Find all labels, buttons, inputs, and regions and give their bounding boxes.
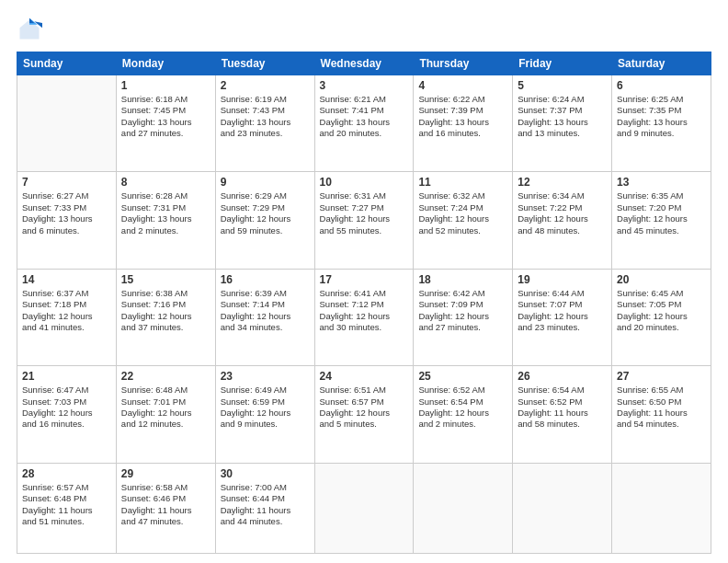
cell-info: Sunrise: 6:42 AMSunset: 7:09 PMDaylight:… <box>418 288 507 333</box>
calendar-cell: 30Sunrise: 7:00 AMSunset: 6:44 PMDayligh… <box>215 463 314 553</box>
day-number: 13 <box>617 176 706 189</box>
cell-info: Sunrise: 6:29 AMSunset: 7:29 PMDaylight:… <box>221 190 310 236</box>
cell-info: Sunrise: 6:25 AMSunset: 7:35 PMDaylight:… <box>617 94 706 139</box>
calendar-cell: 11Sunrise: 6:32 AMSunset: 7:24 PMDayligh… <box>414 172 513 269</box>
cell-info: Sunrise: 6:32 AMSunset: 7:24 PMDaylight:… <box>418 190 507 236</box>
calendar-cell <box>612 463 711 553</box>
calendar-cell: 21Sunrise: 6:47 AMSunset: 7:03 PMDayligh… <box>17 366 117 463</box>
cell-info: Sunrise: 6:47 AMSunset: 7:03 PMDaylight:… <box>22 385 111 430</box>
cell-info: Sunrise: 6:18 AMSunset: 7:45 PMDaylight:… <box>121 94 210 139</box>
calendar-cell: 25Sunrise: 6:52 AMSunset: 6:54 PMDayligh… <box>414 366 513 463</box>
logo-icon <box>17 17 42 42</box>
calendar-cell: 4Sunrise: 6:22 AMSunset: 7:39 PMDaylight… <box>414 75 513 172</box>
day-number: 6 <box>617 79 706 92</box>
calendar-cell: 16Sunrise: 6:39 AMSunset: 7:14 PMDayligh… <box>215 269 314 365</box>
day-number: 8 <box>121 176 210 189</box>
day-number: 26 <box>518 370 607 383</box>
header <box>17 17 711 42</box>
calendar-cell: 14Sunrise: 6:37 AMSunset: 7:18 PMDayligh… <box>17 269 117 365</box>
cell-info: Sunrise: 6:58 AMSunset: 6:46 PMDaylight:… <box>121 482 210 527</box>
weekday-header-row: SundayMondayTuesdayWednesdayThursdayFrid… <box>17 52 711 75</box>
calendar-cell: 20Sunrise: 6:45 AMSunset: 7:05 PMDayligh… <box>612 269 711 365</box>
weekday-header-saturday: Saturday <box>612 52 711 75</box>
day-number: 4 <box>418 79 507 92</box>
calendar-cell: 8Sunrise: 6:28 AMSunset: 7:31 PMDaylight… <box>116 172 215 269</box>
calendar-week-4: 21Sunrise: 6:47 AMSunset: 7:03 PMDayligh… <box>17 366 711 463</box>
day-number: 30 <box>221 467 310 480</box>
weekday-header-thursday: Thursday <box>414 52 513 75</box>
day-number: 12 <box>518 176 607 189</box>
day-number: 2 <box>221 79 310 92</box>
cell-info: Sunrise: 6:27 AMSunset: 7:33 PMDaylight:… <box>22 190 111 236</box>
weekday-header-tuesday: Tuesday <box>215 52 314 75</box>
calendar-week-5: 28Sunrise: 6:57 AMSunset: 6:48 PMDayligh… <box>17 463 711 553</box>
calendar-cell: 19Sunrise: 6:44 AMSunset: 7:07 PMDayligh… <box>513 269 612 365</box>
day-number: 3 <box>320 79 409 92</box>
day-number: 27 <box>617 370 706 383</box>
calendar-cell: 22Sunrise: 6:48 AMSunset: 7:01 PMDayligh… <box>116 366 215 463</box>
day-number: 19 <box>518 273 607 286</box>
day-number: 15 <box>121 273 210 286</box>
cell-info: Sunrise: 6:28 AMSunset: 7:31 PMDaylight:… <box>121 190 210 236</box>
calendar-week-2: 7Sunrise: 6:27 AMSunset: 7:33 PMDaylight… <box>17 172 711 269</box>
calendar-cell: 9Sunrise: 6:29 AMSunset: 7:29 PMDaylight… <box>215 172 314 269</box>
calendar-cell: 13Sunrise: 6:35 AMSunset: 7:20 PMDayligh… <box>612 172 711 269</box>
cell-info: Sunrise: 6:38 AMSunset: 7:16 PMDaylight:… <box>121 288 210 333</box>
day-number: 11 <box>418 176 507 189</box>
cell-info: Sunrise: 6:41 AMSunset: 7:12 PMDaylight:… <box>320 288 409 333</box>
day-number: 18 <box>418 273 507 286</box>
day-number: 24 <box>320 370 409 383</box>
cell-info: Sunrise: 6:39 AMSunset: 7:14 PMDaylight:… <box>221 288 310 333</box>
calendar-cell: 28Sunrise: 6:57 AMSunset: 6:48 PMDayligh… <box>17 463 117 553</box>
cell-info: Sunrise: 6:37 AMSunset: 7:18 PMDaylight:… <box>22 288 111 333</box>
cell-info: Sunrise: 6:44 AMSunset: 7:07 PMDaylight:… <box>518 288 607 333</box>
day-number: 28 <box>22 467 111 480</box>
cell-info: Sunrise: 6:48 AMSunset: 7:01 PMDaylight:… <box>121 385 210 430</box>
calendar-cell: 23Sunrise: 6:49 AMSunset: 6:59 PMDayligh… <box>215 366 314 463</box>
cell-info: Sunrise: 6:35 AMSunset: 7:20 PMDaylight:… <box>617 190 706 236</box>
calendar-cell: 6Sunrise: 6:25 AMSunset: 7:35 PMDaylight… <box>612 75 711 172</box>
cell-info: Sunrise: 6:34 AMSunset: 7:22 PMDaylight:… <box>518 190 607 236</box>
calendar-cell: 26Sunrise: 6:54 AMSunset: 6:52 PMDayligh… <box>513 366 612 463</box>
calendar-cell: 29Sunrise: 6:58 AMSunset: 6:46 PMDayligh… <box>116 463 215 553</box>
calendar-cell: 3Sunrise: 6:21 AMSunset: 7:41 PMDaylight… <box>314 75 414 172</box>
day-number: 22 <box>121 370 210 383</box>
cell-info: Sunrise: 6:31 AMSunset: 7:27 PMDaylight:… <box>320 190 409 236</box>
cell-info: Sunrise: 6:24 AMSunset: 7:37 PMDaylight:… <box>518 94 607 139</box>
day-number: 10 <box>320 176 409 189</box>
calendar-cell <box>17 75 117 172</box>
calendar-cell: 2Sunrise: 6:19 AMSunset: 7:43 PMDaylight… <box>215 75 314 172</box>
calendar-cell: 17Sunrise: 6:41 AMSunset: 7:12 PMDayligh… <box>314 269 414 365</box>
cell-info: Sunrise: 6:19 AMSunset: 7:43 PMDaylight:… <box>221 94 310 139</box>
calendar-cell: 7Sunrise: 6:27 AMSunset: 7:33 PMDaylight… <box>17 172 117 269</box>
cell-info: Sunrise: 6:22 AMSunset: 7:39 PMDaylight:… <box>418 94 507 139</box>
calendar-week-1: 1Sunrise: 6:18 AMSunset: 7:45 PMDaylight… <box>17 75 711 172</box>
day-number: 29 <box>121 467 210 480</box>
cell-info: Sunrise: 6:55 AMSunset: 6:50 PMDaylight:… <box>617 385 706 430</box>
calendar-cell: 15Sunrise: 6:38 AMSunset: 7:16 PMDayligh… <box>116 269 215 365</box>
cell-info: Sunrise: 6:54 AMSunset: 6:52 PMDaylight:… <box>518 385 607 430</box>
cell-info: Sunrise: 6:52 AMSunset: 6:54 PMDaylight:… <box>418 385 507 430</box>
day-number: 14 <box>22 273 111 286</box>
cell-info: Sunrise: 6:57 AMSunset: 6:48 PMDaylight:… <box>22 482 111 527</box>
day-number: 21 <box>22 370 111 383</box>
day-number: 16 <box>221 273 310 286</box>
cell-info: Sunrise: 6:49 AMSunset: 6:59 PMDaylight:… <box>221 385 310 430</box>
calendar-cell: 24Sunrise: 6:51 AMSunset: 6:57 PMDayligh… <box>314 366 414 463</box>
calendar-cell: 12Sunrise: 6:34 AMSunset: 7:22 PMDayligh… <box>513 172 612 269</box>
day-number: 17 <box>320 273 409 286</box>
day-number: 25 <box>418 370 507 383</box>
cell-info: Sunrise: 6:21 AMSunset: 7:41 PMDaylight:… <box>320 94 409 139</box>
calendar-cell: 10Sunrise: 6:31 AMSunset: 7:27 PMDayligh… <box>314 172 414 269</box>
calendar-cell: 1Sunrise: 6:18 AMSunset: 7:45 PMDaylight… <box>116 75 215 172</box>
day-number: 20 <box>617 273 706 286</box>
calendar-cell: 5Sunrise: 6:24 AMSunset: 7:37 PMDaylight… <box>513 75 612 172</box>
weekday-header-monday: Monday <box>116 52 215 75</box>
calendar-cell: 18Sunrise: 6:42 AMSunset: 7:09 PMDayligh… <box>414 269 513 365</box>
calendar-table: SundayMondayTuesdayWednesdayThursdayFrid… <box>17 52 711 554</box>
day-number: 23 <box>221 370 310 383</box>
cell-info: Sunrise: 7:00 AMSunset: 6:44 PMDaylight:… <box>221 482 310 527</box>
day-number: 7 <box>22 176 111 189</box>
day-number: 9 <box>221 176 310 189</box>
calendar-cell: 27Sunrise: 6:55 AMSunset: 6:50 PMDayligh… <box>612 366 711 463</box>
